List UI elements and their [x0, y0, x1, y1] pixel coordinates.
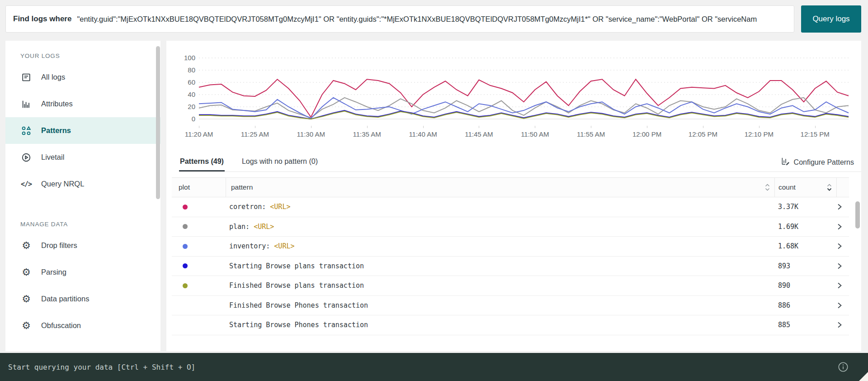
query-input[interactable]	[77, 6, 794, 32]
count-cell: 1.68K	[774, 242, 836, 250]
configure-patterns-button[interactable]: Configure Patterns	[781, 157, 854, 171]
tab-logs-no-pattern[interactable]: Logs with no pattern (0)	[241, 154, 319, 171]
expand-row-chevron[interactable]	[836, 302, 849, 309]
y-tick-label: 20	[188, 102, 195, 111]
query-console-bar[interactable]: Start querying your data [Ctrl + Shift +…	[0, 353, 868, 381]
pattern-cell: Starting Browse Phones transaction	[226, 321, 774, 329]
table-row[interactable]: Finished Browse plans transaction890	[172, 276, 849, 296]
main-panel: 020406080100 11:20 AM11:25 AM11:30 AM11:…	[166, 41, 861, 351]
column-header-count[interactable]: count	[774, 178, 836, 197]
log-volume-chart: 020406080100 11:20 AM11:25 AM11:30 AM11:…	[184, 53, 849, 155]
x-tick-label: 12:05 PM	[689, 130, 717, 138]
expand-row-chevron[interactable]	[836, 203, 849, 210]
column-header-pattern[interactable]: pattern	[226, 178, 774, 197]
series-dot	[183, 244, 188, 249]
gear-icon: ⚙	[20, 267, 32, 278]
table-row[interactable]: plan: <URL>1.69K	[172, 217, 849, 237]
plot-cell	[172, 244, 226, 249]
tab-patterns[interactable]: Patterns (49)	[179, 154, 225, 171]
sidebar: YOUR LOGS All logs Attributes Patterns L…	[5, 41, 160, 351]
sidebar-item-patterns[interactable]: Patterns	[5, 117, 160, 144]
expand-row-chevron[interactable]	[836, 321, 849, 329]
y-tick-label: 40	[188, 90, 195, 99]
sidebar-item-parsing[interactable]: ⚙ Parsing	[5, 259, 160, 286]
pattern-cell: Starting Browse plans transaction	[226, 262, 774, 270]
count-cell: 886	[774, 301, 836, 310]
column-label: pattern	[231, 183, 253, 191]
x-tick-mark	[535, 126, 535, 128]
table-body: coretron: <URL>3.37Kplan: <URL>1.69Kinve…	[172, 197, 849, 335]
section-label-manage-data: MANAGE DATA	[20, 221, 160, 228]
sidebar-item-obfuscation[interactable]: ⚙ Obfuscation	[5, 312, 160, 339]
plot-cell	[172, 283, 226, 288]
y-tick-label: 80	[188, 66, 195, 75]
pattern-text: plan:	[229, 223, 254, 231]
gear-icon: ⚙	[20, 320, 32, 332]
y-tick-label: 100	[184, 53, 195, 62]
sort-icons[interactable]	[765, 184, 770, 191]
sidebar-item-attributes[interactable]: Attributes	[5, 90, 160, 117]
plot-cell	[172, 263, 226, 268]
sort-icons[interactable]	[827, 184, 832, 191]
count-cell: 3.37K	[774, 203, 836, 211]
pattern-cell: plan: <URL>	[226, 223, 774, 231]
expand-row-chevron[interactable]	[836, 243, 849, 250]
chart-y-axis: 020406080100	[184, 58, 195, 119]
x-tick-mark	[311, 126, 311, 128]
sidebar-item-label: Query NRQL	[41, 180, 84, 188]
chart-plot-area	[199, 58, 849, 119]
series-starting-browse-plans	[199, 110, 849, 119]
x-tick-label: 11:55 AM	[577, 130, 605, 138]
table-row[interactable]: coretron: <URL>3.37K	[172, 197, 849, 217]
sort-desc-icon	[765, 188, 770, 191]
sidebar-item-all-logs[interactable]: All logs	[5, 64, 160, 90]
sidebar-item-query-nrql[interactable]: </> Query NRQL	[5, 171, 160, 197]
series-dot	[183, 263, 188, 268]
info-icon[interactable]	[837, 361, 849, 375]
sort-asc-icon	[827, 184, 832, 187]
pattern-text: Finished Browse plans transaction	[229, 281, 364, 290]
x-tick-mark	[255, 126, 255, 128]
sort-asc-icon	[765, 184, 770, 187]
patterns-shapes-icon	[20, 125, 32, 137]
table-row[interactable]: Starting Browse plans transaction893	[172, 257, 849, 276]
pattern-text: Finished Browse Phones transaction	[229, 301, 368, 310]
x-tick-label: 11:20 AM	[185, 130, 213, 138]
sidebar-scrollbar[interactable]	[156, 46, 160, 199]
y-tick-label: 0	[192, 114, 195, 124]
expand-row-chevron[interactable]	[836, 282, 849, 289]
sidebar-item-livetail[interactable]: Livetail	[5, 144, 160, 171]
query-logs-button[interactable]: Query logs	[801, 5, 861, 33]
table-scrollbar[interactable]	[855, 201, 860, 229]
patterns-table: plot pattern count coretron: <URL>3.37Kp…	[172, 177, 849, 335]
x-tick-mark	[199, 126, 199, 128]
sidebar-item-drop-filters[interactable]: ⚙ Drop filters	[5, 232, 160, 259]
column-label: plot	[179, 183, 190, 191]
sidebar-item-label: Obfuscation	[41, 321, 81, 330]
x-tick-label: 12:10 PM	[745, 130, 774, 138]
patterns-tab-row: Patterns (49) Logs with no pattern (0) C…	[179, 155, 861, 172]
code-icon: </>	[20, 178, 32, 190]
x-tick-label: 11:45 AM	[465, 130, 493, 138]
x-tick-mark	[703, 126, 703, 128]
sidebar-item-label: Parsing	[41, 268, 66, 276]
url-token: <URL>	[254, 223, 274, 231]
plot-cell	[172, 224, 226, 229]
x-tick-label: 11:35 AM	[353, 130, 381, 138]
sidebar-item-data-partitions[interactable]: ⚙ Data partitions	[5, 286, 160, 312]
column-header-plot[interactable]: plot	[172, 178, 226, 197]
table-row[interactable]: Starting Browse Phones transaction885	[172, 315, 849, 335]
expand-row-chevron[interactable]	[836, 262, 849, 270]
configure-patterns-label: Configure Patterns	[794, 158, 854, 167]
pattern-cell: Finished Browse plans transaction	[226, 281, 774, 290]
gear-icon: ⚙	[20, 240, 32, 252]
column-header-expand	[836, 178, 849, 197]
x-tick-label: 12:00 PM	[632, 130, 661, 138]
table-row[interactable]: Finished Browse Phones transaction886	[172, 296, 849, 316]
count-cell: 893	[774, 262, 836, 270]
x-tick-mark	[479, 126, 479, 128]
x-tick-label: 11:50 AM	[521, 130, 549, 138]
table-row[interactable]: inventory: <URL>1.68K	[172, 237, 849, 257]
expand-row-chevron[interactable]	[836, 223, 849, 230]
pattern-text: Starting Browse Phones transaction	[229, 321, 368, 329]
